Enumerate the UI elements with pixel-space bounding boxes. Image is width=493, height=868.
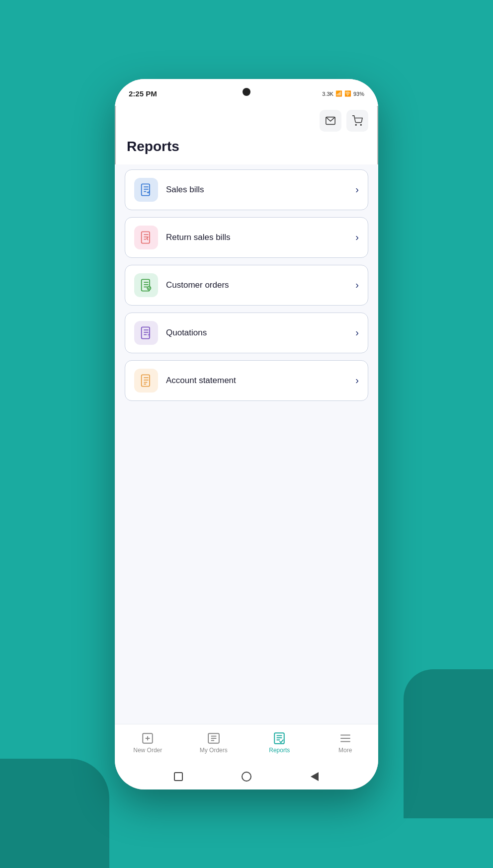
page-title: Reports (115, 134, 378, 164)
camera-dot (243, 88, 250, 96)
bottom-nav: New Order My Orders Reports (115, 724, 378, 764)
nav-reports[interactable]: Reports (262, 732, 297, 754)
svg-point-1 (355, 124, 356, 125)
nav-my-orders[interactable]: My Orders (196, 732, 231, 754)
nav-new-order[interactable]: New Order (130, 732, 165, 754)
svg-rect-7 (142, 232, 150, 243)
sales-bills-item[interactable]: Sales bills › (125, 169, 368, 210)
customer-orders-chevron: › (355, 279, 359, 291)
sales-bills-chevron: › (355, 184, 359, 195)
return-sales-bills-icon (139, 231, 153, 244)
my-orders-icon (207, 732, 220, 745)
android-square-btn[interactable] (173, 771, 184, 782)
circle-icon (242, 772, 251, 782)
account-statement-label: Account statement (166, 376, 355, 386)
android-home-btn[interactable] (241, 771, 252, 782)
phone-shell: 2:25 PM 3.3K 📶 🛜 93% Reports (115, 79, 378, 789)
return-sales-bills-chevron: › (355, 232, 359, 243)
return-sales-bills-label: Return sales bills (166, 233, 355, 242)
quotations-icon: ? (139, 326, 153, 340)
customer-orders-icon-wrap (134, 273, 158, 297)
return-sales-bills-item[interactable]: Return sales bills › (125, 217, 368, 258)
nav-reports-label: Reports (269, 747, 290, 754)
content-area: Sales bills › Return sales bills › (115, 164, 378, 724)
cart-icon (352, 115, 363, 126)
account-statement-chevron: › (355, 375, 359, 386)
status-time: 2:25 PM (129, 89, 157, 98)
sales-bills-icon (139, 183, 153, 197)
network-label: 3.3K (322, 91, 333, 97)
account-statement-icon (139, 374, 153, 388)
quotations-icon-wrap: ? (134, 321, 158, 345)
battery-label: 93% (353, 91, 364, 97)
svg-point-2 (360, 124, 361, 125)
svg-rect-21 (142, 375, 150, 386)
status-icons: 3.3K 📶 🛜 93% (322, 90, 364, 97)
nav-more-label: More (338, 747, 352, 754)
back-icon (311, 772, 319, 781)
menu-list: Sales bills › Return sales bills › (125, 164, 368, 406)
account-statement-icon-wrap (134, 369, 158, 393)
nav-new-order-label: New Order (133, 747, 162, 754)
nav-more[interactable]: More (328, 732, 363, 754)
email-icon (325, 115, 336, 126)
bg-decoration-right (404, 669, 493, 818)
customer-orders-item[interactable]: Customer orders › (125, 265, 368, 306)
sales-bills-icon-wrap (134, 178, 158, 202)
square-icon (174, 772, 183, 781)
android-back-btn[interactable] (309, 771, 320, 782)
new-order-icon (141, 732, 154, 745)
svg-rect-33 (275, 733, 285, 744)
quotations-label: Quotations (166, 328, 355, 338)
signal-icon: 📶 (335, 90, 342, 97)
customer-orders-icon (139, 278, 153, 292)
more-icon (339, 732, 352, 745)
quotations-item[interactable]: ? Quotations › (125, 313, 368, 353)
customer-orders-label: Customer orders (166, 280, 355, 290)
sales-bills-label: Sales bills (166, 185, 355, 195)
cart-button[interactable] (346, 110, 368, 132)
android-nav-bar (115, 764, 378, 789)
svg-text:?: ? (147, 333, 149, 337)
return-sales-bills-icon-wrap (134, 226, 158, 249)
wifi-icon: 🛜 (344, 90, 351, 97)
reports-icon (273, 732, 286, 745)
account-statement-item[interactable]: Account statement › (125, 360, 368, 401)
bg-decoration-left (0, 759, 109, 868)
quotations-chevron: › (355, 327, 359, 338)
svg-rect-3 (142, 184, 150, 195)
nav-my-orders-label: My Orders (200, 747, 228, 754)
email-button[interactable] (320, 110, 341, 132)
top-actions (115, 106, 378, 134)
